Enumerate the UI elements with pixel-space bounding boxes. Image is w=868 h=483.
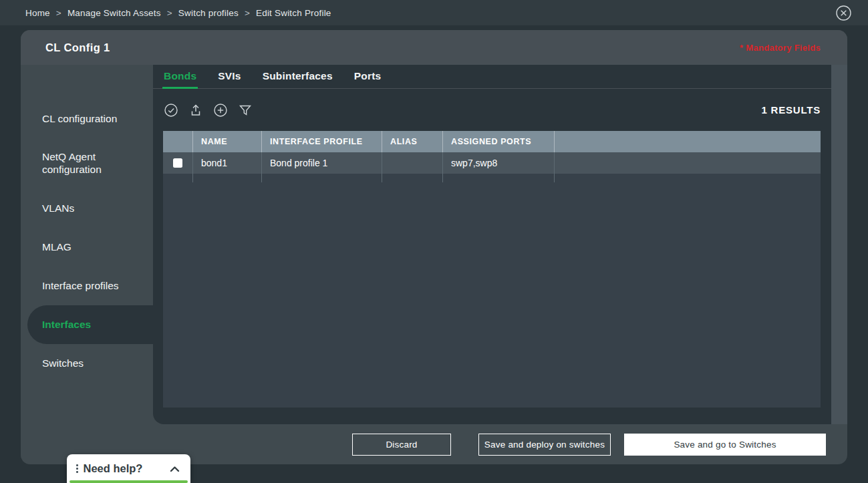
table-header-assigned-ports[interactable]: ASSIGNED PORTS: [443, 131, 555, 152]
page-title: CL Config 1: [45, 41, 110, 54]
table-header-select: [163, 131, 193, 152]
breadcrumb-separator: >: [167, 8, 172, 18]
cell-filler: [555, 152, 821, 174]
need-help-label: Need help?: [84, 462, 143, 475]
tab-svis[interactable]: SVIs: [216, 65, 242, 89]
cell-name: bond1: [193, 152, 262, 174]
chevron-up-icon[interactable]: [170, 466, 180, 472]
discard-button[interactable]: Discard: [352, 434, 451, 456]
table-header-interface-profile[interactable]: INTERFACE PROFILE: [262, 131, 382, 152]
column-guides: [163, 174, 821, 182]
tab-bonds[interactable]: Bonds: [162, 65, 198, 89]
breadcrumb: Home > Manage Switch Assets > Switch pro…: [25, 8, 331, 18]
sidebar-item-vlans[interactable]: VLANs: [21, 189, 153, 228]
scrollbar[interactable]: [831, 65, 847, 424]
sidebar-item-interfaces[interactable]: Interfaces: [27, 305, 153, 344]
save-and-go-button[interactable]: Save and go to Switches: [624, 434, 826, 456]
add-button[interactable]: [213, 103, 228, 118]
mandatory-fields-note: * Mandatory Fields: [740, 43, 821, 53]
content-area: Bonds SVIs Subinterfaces Ports: [153, 65, 831, 424]
results-count: 1 RESULTS: [761, 104, 821, 116]
select-check-icon: [164, 103, 178, 118]
table-header-name[interactable]: NAME: [193, 131, 262, 152]
filter-button[interactable]: [238, 103, 253, 118]
upload-button[interactable]: [188, 103, 203, 118]
need-help-widget[interactable]: Need help?: [67, 454, 190, 483]
bonds-table: NAME INTERFACE PROFILE ALIAS ASSIGNED PO…: [163, 131, 821, 408]
cell-interface-profile: Bond profile 1: [262, 152, 382, 174]
table-row[interactable]: bond1 Bond profile 1 swp7,swp8: [163, 152, 821, 174]
cell-alias: [382, 152, 443, 174]
help-accent-bar: [69, 480, 188, 483]
add-circle-icon: [213, 103, 228, 118]
sidebar-item-cl-configuration[interactable]: CL configuration: [21, 100, 153, 138]
row-select-cell: [163, 152, 193, 174]
drag-dots-icon: [76, 464, 78, 473]
row-checkbox[interactable]: [173, 158, 182, 168]
save-and-deploy-button[interactable]: Save and deploy on switches: [478, 434, 611, 456]
upload-icon: [188, 103, 203, 118]
breadcrumb-switch-profiles[interactable]: Switch profiles: [178, 8, 239, 18]
sidebar: CL configuration NetQ Agent configuratio…: [21, 65, 153, 464]
panel-header: CL Config 1 * Mandatory Fields: [21, 30, 847, 65]
table-header-filler: [555, 131, 821, 152]
edit-switch-profile-panel: CL Config 1 * Mandatory Fields CL config…: [21, 30, 847, 464]
footer-actions: Discard Save and deploy on switches Save…: [153, 424, 847, 464]
table-header-alias[interactable]: ALIAS: [382, 131, 443, 152]
sidebar-item-mlag[interactable]: MLAG: [21, 228, 153, 267]
sidebar-item-interface-profiles[interactable]: Interface profiles: [21, 267, 153, 305]
select-all-button[interactable]: [164, 103, 178, 118]
sidebar-item-switches[interactable]: Switches: [21, 344, 153, 383]
filter-icon: [238, 103, 253, 118]
tab-subinterfaces[interactable]: Subinterfaces: [261, 65, 334, 89]
table-toolbar: 1 RESULTS: [153, 89, 831, 131]
close-icon: [835, 5, 852, 21]
close-button[interactable]: [835, 4, 852, 21]
cell-assigned-ports: swp7,swp8: [443, 152, 555, 174]
breadcrumb-home[interactable]: Home: [25, 8, 50, 18]
sidebar-item-netq-agent-configuration[interactable]: NetQ Agent configuration: [21, 138, 153, 189]
breadcrumb-separator: >: [245, 8, 250, 18]
top-bar: Home > Manage Switch Assets > Switch pro…: [0, 0, 868, 25]
breadcrumb-separator: >: [56, 8, 61, 18]
tab-ports[interactable]: Ports: [353, 65, 383, 89]
breadcrumb-manage-switch-assets[interactable]: Manage Switch Assets: [67, 8, 161, 18]
tab-bar: Bonds SVIs Subinterfaces Ports: [153, 65, 831, 89]
sidebar-item-label: NetQ Agent configuration: [42, 151, 136, 176]
breadcrumb-edit-switch-profile: Edit Switch Profile: [256, 8, 331, 18]
table-header-row: NAME INTERFACE PROFILE ALIAS ASSIGNED PO…: [163, 131, 821, 152]
